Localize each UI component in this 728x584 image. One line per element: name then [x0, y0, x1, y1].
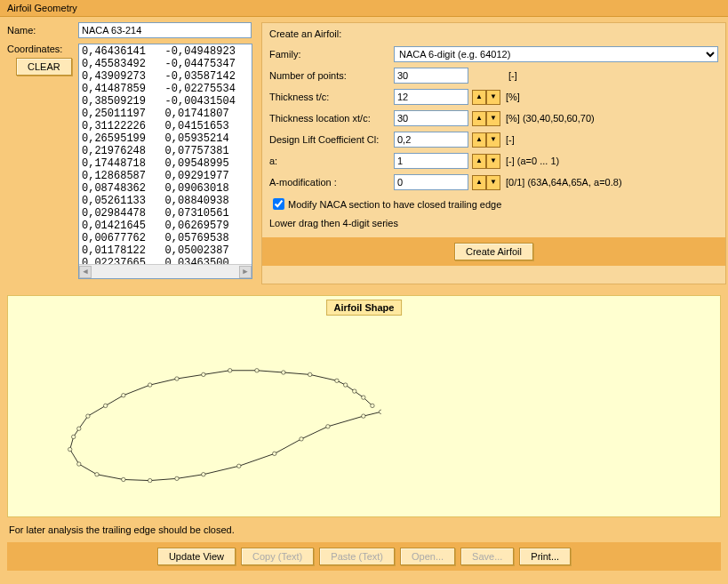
amod-input[interactable]: [394, 174, 468, 190]
svg-point-25: [335, 379, 339, 382]
cl-up-icon[interactable]: ▲: [472, 132, 486, 148]
scroll-left-icon[interactable]: ◀: [79, 266, 92, 278]
coord-label: Coordinates:: [7, 44, 78, 54]
clear-button[interactable]: CLEAR: [16, 58, 72, 76]
thickness-unit: [%]: [506, 92, 520, 102]
npoints-label: Number of points:: [269, 70, 394, 81]
amod-unit: [0/1] (63A,64A,65A, a=0.8): [506, 177, 622, 188]
left-column: Name: Coordinates: CLEAR 0,46436141 -0,0…: [7, 22, 252, 284]
header-title: Airfoil Geometry: [7, 3, 77, 13]
svg-point-17: [122, 394, 125, 397]
update-view-button[interactable]: Update View: [157, 548, 236, 565]
svg-point-10: [95, 473, 99, 476]
thickness-down-icon[interactable]: ▼: [486, 90, 500, 105]
svg-point-6: [202, 473, 205, 476]
svg-point-13: [71, 435, 75, 438]
svg-point-2: [326, 425, 330, 428]
thickness-input[interactable]: [394, 89, 468, 105]
cl-down-icon[interactable]: ▼: [486, 132, 500, 148]
svg-point-26: [343, 383, 347, 387]
thickloc-label: Thickness location xt/c:: [269, 113, 394, 124]
svg-point-28: [362, 396, 365, 399]
svg-point-12: [68, 447, 72, 451]
svg-point-3: [300, 437, 303, 441]
svg-point-5: [237, 464, 241, 468]
create-airfoil-button[interactable]: Create Airfoil: [454, 243, 533, 260]
save-button[interactable]: Save...: [460, 548, 514, 565]
a-down-icon[interactable]: ▼: [486, 154, 500, 169]
cl-unit: [-]: [506, 134, 515, 145]
thickloc-unit: [%] (30,40,50,60,70): [506, 113, 595, 124]
right-column: Create an Airfoil: Family: NACA 6-digit …: [261, 22, 726, 284]
svg-point-19: [175, 377, 179, 380]
scroll-right-icon[interactable]: ▶: [239, 266, 252, 278]
copy-text-button[interactable]: Copy (Text): [241, 548, 314, 565]
svg-point-23: [282, 371, 285, 374]
a-input[interactable]: [394, 153, 468, 169]
thickloc-input[interactable]: [394, 110, 468, 126]
svg-point-8: [148, 478, 152, 482]
create-header: Create an Airfoil:: [269, 28, 718, 39]
npoints-unit: [-]: [508, 70, 517, 81]
name-label: Name:: [7, 25, 78, 36]
npoints-input[interactable]: [394, 68, 468, 84]
svg-point-20: [202, 372, 205, 376]
info-text: Lower drag then 4-digit series: [269, 218, 718, 228]
cl-input[interactable]: [394, 132, 468, 148]
note-text: For later analysis the trailing edge sho…: [9, 524, 719, 535]
a-unit: [-] (a=0 ... 1): [506, 156, 559, 166]
open-button[interactable]: Open...: [400, 548, 455, 565]
print-button[interactable]: Print...: [519, 548, 571, 565]
closed-te-label: Modify NACA section to have closed trail…: [288, 199, 501, 210]
svg-point-7: [175, 476, 179, 480]
airfoil-shape-panel: Airfoil Shape: [7, 295, 721, 517]
svg-point-4: [273, 452, 276, 455]
closed-te-checkbox[interactable]: [273, 198, 284, 210]
a-label: a:: [269, 156, 394, 166]
svg-point-22: [255, 369, 259, 372]
svg-point-29: [371, 404, 374, 407]
cl-label: Design Lift Coefficient Cl:: [269, 134, 394, 145]
svg-point-11: [77, 462, 81, 466]
main-row: Name: Coordinates: CLEAR 0,46436141 -0,0…: [0, 17, 728, 284]
amod-label: A-modification :: [269, 177, 394, 188]
airfoil-plot: [61, 340, 381, 483]
svg-point-15: [86, 414, 90, 418]
svg-point-14: [77, 427, 81, 430]
section-header: Airfoil Geometry: [0, 0, 728, 17]
amod-up-icon[interactable]: ▲: [472, 175, 486, 190]
amod-down-icon[interactable]: ▼: [486, 175, 500, 190]
name-input[interactable]: [78, 22, 252, 38]
thickness-label: Thickness t/c:: [269, 92, 394, 102]
bottom-toolbar: Update View Copy (Text) Paste (Text) Ope…: [7, 542, 721, 571]
thickness-up-icon[interactable]: ▲: [472, 90, 486, 105]
svg-point-9: [122, 477, 125, 481]
create-bar: Create Airfoil: [262, 237, 725, 266]
svg-point-1: [362, 414, 365, 418]
thickloc-down-icon[interactable]: ▼: [486, 111, 500, 126]
svg-point-27: [353, 389, 356, 393]
shape-title: Airfoil Shape: [326, 300, 403, 316]
svg-point-21: [228, 369, 232, 372]
svg-point-18: [148, 383, 152, 387]
a-up-icon[interactable]: ▲: [472, 154, 486, 169]
thickloc-up-icon[interactable]: ▲: [472, 111, 486, 126]
family-label: Family:: [269, 49, 394, 60]
family-select[interactable]: NACA 6-digit (e.g. 64012): [394, 46, 718, 62]
coord-text: 0,46436141 -0,04948923 0,45583492 -0,044…: [82, 45, 236, 269]
svg-point-16: [103, 404, 107, 407]
svg-point-0: [379, 410, 381, 413]
svg-point-24: [308, 372, 312, 376]
h-scrollbar[interactable]: ◀ ▶: [79, 264, 252, 278]
paste-text-button[interactable]: Paste (Text): [319, 548, 395, 565]
coordinates-textarea[interactable]: 0,46436141 -0,04948923 0,45583492 -0,044…: [78, 44, 252, 279]
